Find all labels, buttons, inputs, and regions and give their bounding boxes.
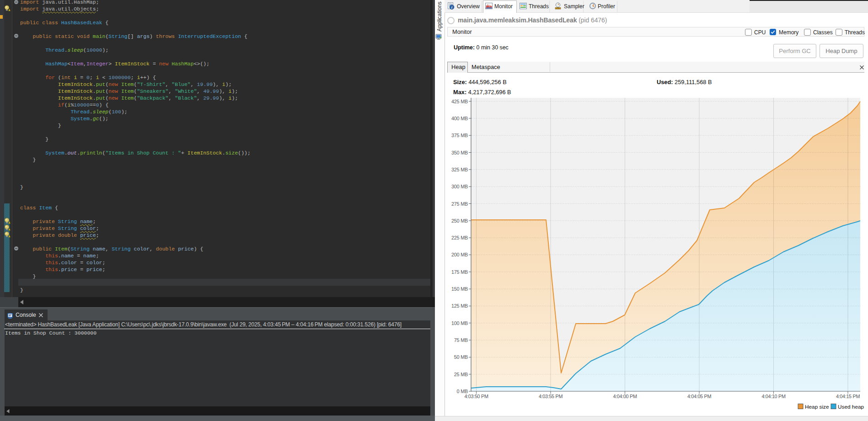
svg-text:325 MB: 325 MB [451, 167, 468, 172]
svg-text:25 MB: 25 MB [454, 372, 468, 377]
svg-text:275 MB: 275 MB [451, 201, 468, 207]
svg-text:4:04:15 PM: 4:04:15 PM [836, 394, 860, 399]
svg-text:4:04:00 PM: 4:04:00 PM [613, 394, 637, 399]
svg-text:4:04:10 PM: 4:04:10 PM [761, 394, 786, 399]
svg-text:175 MB: 175 MB [451, 269, 468, 275]
svg-text:425 MB: 425 MB [451, 99, 468, 104]
svg-text:Used heap: Used heap [838, 404, 864, 410]
svg-text:375 MB: 375 MB [451, 133, 468, 138]
svg-text:350 MB: 350 MB [451, 150, 468, 155]
svg-text:50 MB: 50 MB [454, 354, 468, 360]
svg-text:150 MB: 150 MB [451, 286, 468, 292]
svg-text:250 MB: 250 MB [451, 218, 468, 224]
svg-text:4:04:05 PM: 4:04:05 PM [687, 394, 712, 399]
svg-text:4:03:55 PM: 4:03:55 PM [539, 394, 563, 399]
svg-text:Heap size: Heap size [805, 404, 829, 410]
svg-text:100 MB: 100 MB [451, 320, 468, 326]
svg-text:400 MB: 400 MB [451, 116, 468, 121]
svg-text:75 MB: 75 MB [454, 337, 468, 343]
svg-text:225 MB: 225 MB [451, 235, 468, 240]
svg-text:125 MB: 125 MB [451, 303, 468, 309]
svg-text:300 MB: 300 MB [451, 184, 468, 189]
svg-text:200 MB: 200 MB [451, 252, 468, 257]
svg-text:4:03:50 PM: 4:03:50 PM [464, 394, 488, 399]
